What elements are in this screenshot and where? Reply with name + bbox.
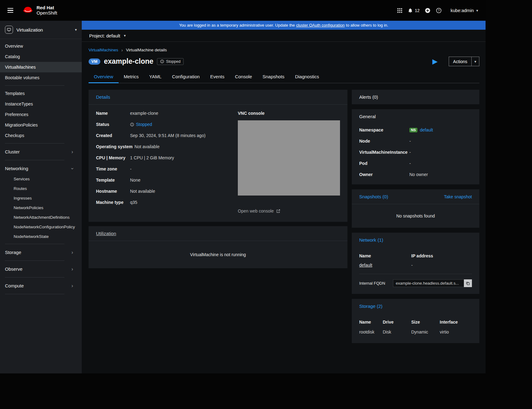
tab-yaml[interactable]: YAML (144, 71, 167, 83)
sidebar-group-label: Storage (5, 250, 21, 255)
status-stopped-link[interactable]: Stopped (130, 122, 152, 127)
redhat-openshift-logo[interactable]: Red Hat OpenShift (22, 5, 57, 16)
user-name: kube:admin (451, 8, 474, 13)
tab-diagnostics[interactable]: Diagnostics (290, 71, 325, 83)
perspective-switcher[interactable]: Virtualization ▾ (0, 21, 82, 39)
detail-row-template: Template None (96, 174, 222, 186)
masthead-right: 12 ? kube:admin ▾ (394, 5, 478, 16)
main-area: You are logged in as a temporary adminis… (82, 21, 486, 373)
stopped-icon (130, 123, 134, 127)
sidebar-item-virtualmachines[interactable]: VirtualMachines (0, 62, 82, 72)
app-launcher-button[interactable] (394, 5, 405, 16)
sidebar-group-networking[interactable]: Networking › (0, 163, 82, 174)
help-button[interactable]: ? (433, 5, 444, 16)
tab-console[interactable]: Console (230, 71, 257, 83)
general-value: - (409, 150, 411, 155)
storage-card-body: Name Drive Size Interface rootdisk Disk … (352, 313, 479, 343)
detail-row-name: Name example-clone (96, 108, 222, 119)
vm-status-badge: Stopped (157, 58, 184, 65)
sidebar-item-nodenetworkconfigurationpolicy[interactable]: NodeNetworkConfigurationPolicy (0, 222, 82, 232)
details-header-link[interactable]: Details (96, 94, 110, 100)
openshift-console: Red Hat OpenShift 12 (0, 0, 486, 373)
detail-row-machine-type: Machine type q35 (96, 197, 222, 208)
grid-icon (397, 8, 402, 13)
project-selector-label: Project: default (89, 33, 120, 38)
sidebar-group-label: Networking (5, 166, 28, 171)
general-row-node: Node - (359, 136, 472, 147)
sidebar-item-ingresses[interactable]: Ingresses (0, 193, 82, 203)
breadcrumb-virtualmachines-link[interactable]: VirtualMachines (89, 48, 118, 52)
sidebar-item-overview[interactable]: Overview (0, 41, 82, 51)
sidebar-group-label: Observe (5, 266, 23, 272)
sidebar-item-services[interactable]: Services (0, 174, 82, 184)
perspective-label: Virtualization (16, 27, 43, 32)
sidebar-group-compute[interactable]: Compute › (0, 280, 82, 291)
tab-metrics[interactable]: Metrics (119, 71, 144, 83)
detail-label: Name (96, 111, 130, 116)
sidebar-group-storage[interactable]: Storage › (0, 247, 82, 258)
sidebar-item-preferences[interactable]: Preferences (0, 109, 82, 120)
sidebar-item-nodenetworkstate[interactable]: NodeNetworkState (0, 232, 82, 241)
sidebar-item-checkups[interactable]: Checkups (0, 130, 82, 141)
sidebar-item-routes[interactable]: Routes (0, 184, 82, 193)
oauth-configuration-link[interactable]: cluster OAuth configuration (296, 23, 345, 28)
sidebar-item-catalog[interactable]: Catalog (0, 51, 82, 62)
caret-down-icon: ▾ (476, 8, 478, 13)
detail-label: Time zone (96, 166, 130, 171)
utilization-header-link[interactable]: Utilization (96, 231, 116, 236)
sidebar-item-instancetypes[interactable]: InstanceTypes (0, 99, 82, 109)
svg-text:?: ? (438, 8, 440, 12)
tab-snapshots[interactable]: Snapshots (257, 71, 290, 83)
notification-count: 12 (415, 8, 420, 13)
tab-events[interactable]: Events (205, 71, 230, 83)
tab-configuration[interactable]: Configuration (167, 71, 205, 83)
network-col-name: Name (359, 249, 411, 260)
notifications-button[interactable]: 12 (405, 5, 422, 16)
storage-header-link[interactable]: Storage (2) (359, 304, 382, 309)
general-label: Owner (359, 172, 409, 177)
detail-value: Sep 30, 2024, 9:51 AM (8 minutes ago) (130, 133, 206, 138)
quick-create-button[interactable] (422, 5, 433, 16)
storage-row-drive: Disk (383, 326, 411, 336)
take-snapshot-button[interactable]: Take snapshot (444, 194, 472, 199)
user-menu[interactable]: kube:admin ▾ (451, 8, 478, 13)
copy-button[interactable] (464, 279, 472, 287)
sidebar-item-bootable-volumes[interactable]: Bootable volumes (0, 72, 82, 83)
network-header-link[interactable]: Network (1) (359, 237, 383, 243)
brand-text: Red Hat OpenShift (37, 5, 57, 16)
start-vm-button[interactable]: ▶ (432, 58, 438, 65)
fqdn-value: example-clone.headless.default.s... (393, 279, 464, 287)
general-label: VirtualMachineInstance (359, 150, 409, 155)
sidebar-divider (5, 294, 64, 294)
general-value: - (409, 161, 411, 166)
sidebar-item-templates[interactable]: Templates (0, 88, 82, 99)
storage-row-interface: virtio (440, 326, 472, 336)
project-selector[interactable]: Project: default ▾ (82, 30, 486, 42)
internal-fqdn-label: Internal FQDN (359, 281, 389, 286)
network-card-body: Name IP address default - Internal FQDN (352, 247, 479, 294)
status-text: Stopped (136, 122, 152, 127)
caret-down-icon: ▾ (474, 59, 476, 64)
sidebar-group-cluster[interactable]: Cluster › (0, 146, 82, 157)
network-card-header: Network (1) (352, 233, 479, 247)
external-link-icon (276, 209, 280, 213)
snapshots-empty-state: No snapshots found (352, 204, 479, 228)
breadcrumb: VirtualMachines › VirtualMachine details (89, 47, 479, 53)
nav-toggle-button[interactable] (6, 6, 15, 15)
copy-icon (466, 282, 470, 285)
vm-kind-badge: VM (89, 58, 100, 65)
detail-label: Operating system (96, 144, 134, 149)
masthead-left: Red Hat OpenShift (6, 5, 57, 16)
network-name-link[interactable]: default (359, 263, 372, 268)
open-web-console-link[interactable]: Open web console (238, 209, 280, 213)
storage-row-name: rootdisk (359, 326, 383, 336)
snapshots-header-link[interactable]: Snapshots (0) (359, 194, 388, 199)
actions-dropdown[interactable]: Actions ▾ (449, 57, 479, 66)
sidebar-divider (5, 85, 64, 86)
namespace-default-link[interactable]: default (420, 127, 433, 132)
sidebar-item-networkattachmentdefinitions[interactable]: NetworkAttachmentDefinitions (0, 213, 82, 222)
tab-overview[interactable]: Overview (89, 71, 119, 83)
sidebar-item-networkpolicies[interactable]: NetworkPolicies (0, 203, 82, 213)
sidebar-group-observe[interactable]: Observe › (0, 263, 82, 275)
sidebar-item-migrationpolicies[interactable]: MigrationPolicies (0, 120, 82, 130)
